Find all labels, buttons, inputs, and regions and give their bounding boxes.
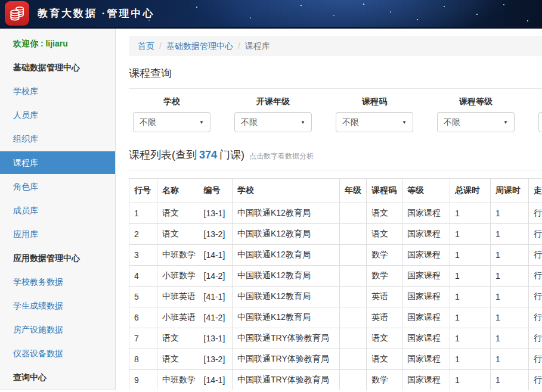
table-cell: 1: [450, 203, 491, 224]
course-list-header: 课程列表(查到374门课)点击数字看数据分析: [129, 148, 542, 170]
table-cell: 中国联通K12教育局: [233, 307, 340, 328]
course-level-filter-value: 不限: [444, 117, 460, 127]
extra-filter-label: [538, 97, 542, 107]
table-cell: 1: [491, 245, 529, 266]
table-cell: 语文: [157, 328, 203, 349]
table-row: 3中班数学[14-1]中国联通K12教育局数学国家课程11行政班: [129, 245, 542, 266]
table-row: 8语文[13-2]中国联通TRY体验教育局语文国家课程11行政班: [129, 349, 542, 370]
table-cell: 语文: [157, 203, 203, 224]
sidebar-item-application-db[interactable]: 应用库: [0, 222, 115, 246]
table-cell: 行政班: [529, 307, 542, 328]
column-header: 行号: [129, 179, 157, 203]
table-cell: 8: [129, 349, 157, 370]
column-header: 走班: [529, 179, 542, 203]
table-cell: 1: [450, 307, 491, 328]
table-cell: 中国联通TRY体验教育局: [233, 370, 340, 391]
table-cell: [340, 370, 367, 391]
table-cell: 中国联通K12教育局: [233, 245, 340, 266]
sidebar-item-school-affairs-data[interactable]: 学校教务数据: [0, 270, 115, 294]
table-cell: [14-2]: [203, 266, 233, 287]
table-cell: 1: [491, 349, 529, 370]
sidebar-item-student-score-data[interactable]: 学生成绩数据: [0, 294, 115, 318]
table-cell: 英语: [367, 307, 402, 328]
table-header-row: 行号名称编号学校年级课程码等级总课时周课时走班: [129, 179, 542, 203]
sidebar-item-role-db[interactable]: 角色库: [0, 175, 115, 198]
course-code-filter-select[interactable]: 不限▼: [336, 112, 413, 132]
table-cell: 国家课程: [402, 328, 450, 349]
table-cell: 语文: [157, 349, 203, 370]
sidebar-item-app-data-center: 应用数据管理中心: [0, 246, 115, 270]
sidebar-item-school-db[interactable]: 学校库: [0, 79, 115, 103]
table-cell: [41-2]: [203, 307, 233, 328]
table-cell: 行政班: [529, 245, 542, 266]
table-cell: 2: [129, 224, 157, 245]
table-cell: 行政班: [529, 328, 542, 349]
table-cell: 中国联通K12教育局: [233, 203, 340, 224]
table-cell: 1: [450, 328, 491, 349]
chevron-down-icon: ▼: [503, 113, 508, 132]
filters-row: 学校不限▼开课年级不限▼课程码不限▼课程等级不限▼不限▼: [133, 97, 542, 132]
breadcrumb-item-1[interactable]: 基础数据管理中心: [166, 41, 233, 51]
breadcrumb-item-0[interactable]: 首页: [138, 41, 154, 51]
course-code-filter-label: 课程码: [336, 97, 413, 107]
table-cell: 中班数学: [157, 245, 203, 266]
app-header: 教育大数据 ·管理中心: [0, 0, 542, 29]
table-cell: 1: [491, 224, 529, 245]
table-cell: 1: [491, 266, 529, 287]
table-cell: 小班数学: [157, 266, 203, 287]
grade-filter-select[interactable]: 不限▼: [234, 112, 312, 132]
sidebar-item-organization-db[interactable]: 组织库: [0, 127, 115, 151]
table-cell: 1: [450, 245, 491, 266]
table-cell: 1: [450, 370, 491, 391]
table-cell: 9: [129, 370, 157, 391]
course-code-filter-value: 不限: [342, 117, 359, 127]
extra-filter-select[interactable]: 不限▼: [538, 112, 542, 132]
sidebar-item-instrument-equipment-data[interactable]: 仪器设备数据: [0, 341, 115, 365]
table-cell: 行政班: [529, 349, 542, 370]
table-cell: 国家课程: [402, 224, 450, 245]
table-cell: 语文: [367, 328, 402, 349]
chevron-down-icon: ▼: [301, 113, 305, 132]
chevron-down-icon: ▼: [402, 113, 407, 132]
table-cell: 国家课程: [402, 245, 450, 266]
course-level-filter-select[interactable]: 不限▼: [437, 112, 515, 132]
table-cell: 国家课程: [402, 266, 450, 287]
table-cell: 小班英语: [157, 307, 203, 328]
table-cell: 语文: [367, 203, 402, 224]
table-cell: 1: [450, 266, 491, 287]
table-cell: 中国联通K12教育局: [233, 224, 340, 245]
table-cell: 国家课程: [402, 307, 450, 328]
table-cell: 4: [129, 266, 157, 287]
table-cell: 1: [491, 287, 529, 307]
table-cell: [340, 328, 367, 349]
table-row: 6小班英语[41-2]中国联通K12教育局英语国家课程11行政班: [129, 307, 542, 328]
list-title-prefix: 课程列表(查到: [129, 149, 197, 161]
table-cell: 国家课程: [402, 203, 450, 224]
school-filter-select[interactable]: 不限▼: [133, 112, 210, 132]
table-row: 7语文[13-1]中国联通TRY体验教育局语文国家课程11行政班: [129, 328, 542, 349]
course-code-filter-group: 课程码不限▼: [336, 97, 413, 132]
table-row: 1语文[13-1]中国联通K12教育局语文国家课程11行政班: [129, 203, 542, 224]
sidebar-item-member-db[interactable]: 成员库: [0, 198, 115, 222]
grade-filter-group: 开课年级不限▼: [234, 97, 312, 132]
table-cell: [41-1]: [203, 287, 233, 307]
table-cell: 行政班: [529, 266, 542, 287]
table-cell: [340, 266, 367, 287]
table-cell: 数学: [367, 266, 402, 287]
table-cell: 1: [491, 307, 529, 328]
sidebar-item-property-facility-data[interactable]: 房产设施数据: [0, 318, 115, 341]
course-count-link[interactable]: 374: [199, 149, 217, 161]
table-cell: 国家课程: [402, 287, 450, 307]
main-content: 首页/基础数据管理中心/课程库 课程查询 学校不限▼开课年级不限▼课程码不限▼课…: [116, 29, 542, 390]
page-title: 课程查询: [129, 66, 542, 89]
table-cell: 行政班: [529, 224, 542, 245]
breadcrumb: 首页/基础数据管理中心/课程库: [129, 36, 542, 56]
list-title-hint: 点击数字看数据分析: [249, 152, 314, 160]
sidebar-item-personnel-db[interactable]: 人员库: [0, 103, 115, 127]
sidebar-item-course-db[interactable]: 课程库: [0, 151, 115, 174]
column-header: 周课时: [491, 179, 529, 203]
database-stack-icon: [5, 1, 29, 26]
table-row: 4小班数学[14-2]中国联通K12教育局数学国家课程11行政班: [129, 266, 542, 287]
table-cell: 国家课程: [402, 370, 450, 391]
grade-filter-label: 开课年级: [234, 97, 312, 107]
